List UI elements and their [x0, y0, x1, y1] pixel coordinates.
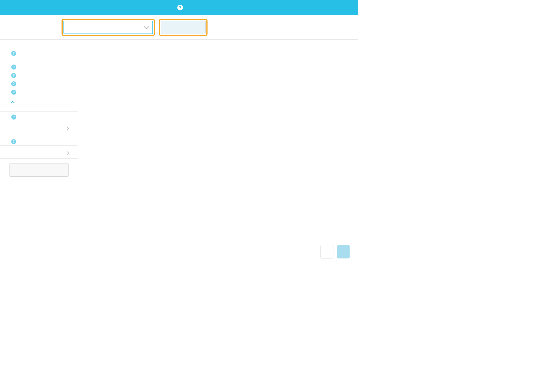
divider	[0, 145, 78, 146]
toolbar	[0, 15, 358, 40]
help-icon[interactable]: ?	[177, 5, 183, 10]
divider	[0, 60, 78, 60]
help-icon[interactable]: ?	[11, 73, 16, 78]
help-icon[interactable]: ?	[11, 139, 16, 144]
sidebar: ? ? ? ? ?	[0, 40, 78, 242]
page-title: ?	[175, 5, 183, 10]
breakdown-row: ?	[10, 63, 69, 71]
actual-amount	[175, 46, 261, 47]
main: ? ? ? ? ?	[0, 40, 358, 242]
help-icon[interactable]: ?	[11, 90, 16, 95]
show-noncash-sales-toggle[interactable]	[10, 101, 69, 103]
chevron-right-icon	[65, 127, 69, 130]
diff-amount	[261, 46, 347, 47]
help-icon[interactable]: ?	[11, 65, 16, 70]
content	[78, 40, 358, 242]
help-icon[interactable]: ?	[11, 51, 16, 56]
divider	[0, 111, 78, 112]
last-check-title: ?	[10, 115, 69, 120]
divider	[0, 136, 78, 136]
breakdown-row-label: ?	[10, 65, 16, 70]
history-button[interactable]	[10, 163, 69, 177]
divider	[0, 158, 78, 159]
footer	[0, 242, 358, 261]
reset-button[interactable]	[321, 245, 333, 258]
staff-select[interactable]	[63, 21, 153, 34]
chevron-down-icon	[144, 24, 149, 29]
open-drawer-button[interactable]	[161, 21, 206, 34]
breakdown-row-label: ?	[10, 73, 16, 78]
chevron-up-icon	[11, 101, 15, 105]
help-icon[interactable]: ?	[11, 115, 16, 120]
last-check-link[interactable]	[10, 124, 69, 133]
breakdown-row: ?	[10, 88, 69, 96]
divider	[0, 121, 78, 121]
chevron-right-icon	[65, 151, 69, 155]
breakdown-row: ?	[10, 80, 69, 88]
last-settle-link[interactable]	[10, 148, 69, 158]
breakdown-row-label: ?	[10, 81, 16, 86]
staff-select-highlight	[62, 19, 155, 36]
expected-amount	[90, 46, 175, 47]
drawer-button-highlight	[159, 19, 208, 36]
proceed-button[interactable]	[337, 245, 350, 258]
breakdown-row-label: ?	[10, 90, 16, 95]
app-header: ?	[0, 0, 358, 15]
breakdown-title: ?	[10, 51, 69, 56]
last-settle-title: ?	[10, 139, 69, 144]
summary-row	[78, 40, 358, 50]
breakdown-row: ?	[10, 71, 69, 80]
help-icon[interactable]: ?	[11, 81, 16, 86]
denomination-list	[78, 60, 358, 242]
